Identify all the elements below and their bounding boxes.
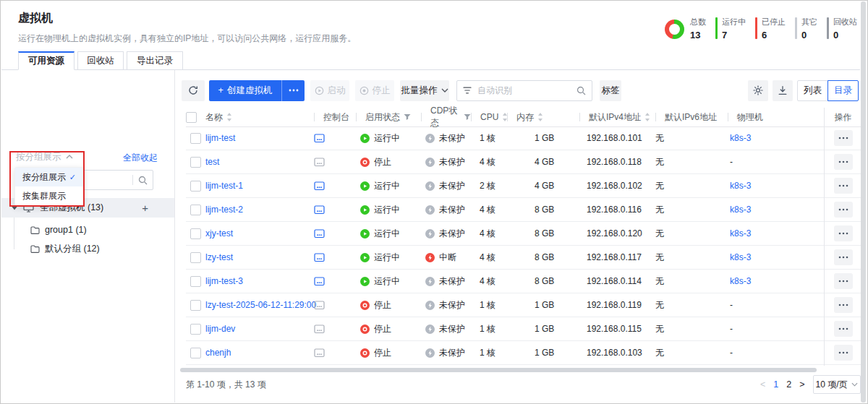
host-link[interactable]: - [730,324,733,334]
host-link[interactable]: - [730,348,733,358]
vm-name-link[interactable]: lzy-test [205,252,233,262]
vm-name-link[interactable]: lijm-test-2 [205,205,243,215]
vm-name-link[interactable]: lzy-test-2025-06-12-11:29:00 [205,300,316,310]
vm-name-link[interactable]: lijm-dev [205,324,235,334]
column-settings-button[interactable] [748,80,768,101]
table-search-input[interactable] [476,85,572,96]
horizontal-scrollbar[interactable] [180,368,817,372]
row-checkbox[interactable] [190,324,201,335]
console-icon[interactable] [314,158,325,167]
create-vm-button[interactable]: + 创建虚拟机 [209,80,281,101]
row-checkbox[interactable] [190,228,201,239]
view-catalog-button[interactable]: 目录 [827,80,859,101]
host-link[interactable]: k8s-3 [730,205,751,215]
filter-funnel-icon[interactable] [404,113,411,121]
host-link[interactable]: k8s-3 [730,228,751,238]
column-header[interactable]: CDP状态 [421,108,471,126]
row-actions-button[interactable] [834,225,853,241]
filter-lines-icon[interactable] [463,87,472,94]
status-label: 停止 [374,347,391,359]
column-header[interactable]: CPU [471,108,507,126]
column-header[interactable]: 默认IPv6地址 [655,108,728,126]
column-header[interactable]: 物理机 [728,108,824,126]
add-group-button[interactable]: + [142,202,148,213]
column-header[interactable]: 默认IPv4地址 [579,108,655,126]
host-link[interactable]: k8s-3 [730,276,751,286]
stop-vm-button[interactable]: 停止 [355,80,394,101]
start-vm-button[interactable]: 启动 [310,80,349,101]
row-actions-button[interactable] [834,345,853,361]
prev-page-button[interactable]: < [760,379,765,390]
column-header[interactable]: 操作 [824,108,861,126]
tab[interactable]: 导出记录 [127,51,183,70]
vm-name-link[interactable]: lijm-test [205,133,235,143]
console-icon[interactable] [314,277,325,286]
host-link[interactable]: - [730,157,733,167]
search-icon[interactable] [138,176,148,185]
row-checkbox[interactable] [190,300,201,311]
next-page-button[interactable]: > [799,379,804,390]
menu-item-by-group[interactable]: 按分组展示 ✓ [15,168,83,186]
sort-icon[interactable] [226,113,232,121]
host-link[interactable]: k8s-3 [730,133,751,143]
vm-name-link[interactable]: chenjh [205,348,231,358]
page-size-select[interactable]: 10 项/页 [813,375,861,394]
page-button-2[interactable]: 2 [786,379,791,390]
column-header[interactable]: 名称 [205,108,314,126]
row-actions-button[interactable] [834,154,853,170]
console-icon[interactable] [314,205,325,215]
column-header[interactable]: 内存 [507,108,579,126]
sort-icon[interactable] [644,113,650,121]
filter-funnel-icon[interactable] [464,113,471,121]
console-icon[interactable] [314,348,325,358]
vm-name-link[interactable]: xjy-test [205,228,233,238]
tab[interactable]: 可用资源 [18,51,75,70]
row-actions-button[interactable] [834,130,853,146]
console-icon[interactable] [314,253,325,262]
select-all-checkbox[interactable] [186,112,197,123]
caret-down-icon[interactable] [12,206,17,210]
page-button-1[interactable]: 1 [773,379,778,390]
vm-name-link[interactable]: lijm-test-1 [205,181,243,191]
vm-name-link[interactable]: test [205,157,219,167]
row-checkbox[interactable] [190,205,201,215]
collapse-all-link[interactable]: 全部收起 [123,152,158,164]
console-icon[interactable] [314,325,325,334]
tree-item-folder[interactable]: group1 (1) [1,220,174,239]
export-button[interactable] [773,80,793,101]
refresh-button[interactable] [182,80,205,101]
row-actions-button[interactable] [834,249,853,265]
console-icon[interactable] [314,181,325,191]
host-link[interactable]: - [730,300,733,310]
row-actions-button[interactable] [834,273,853,289]
row-actions-button[interactable] [834,297,853,313]
console-icon[interactable] [314,134,325,143]
host-link[interactable]: k8s-3 [730,181,751,191]
column-header[interactable]: 启用状态 [356,108,421,126]
menu-item-by-cluster[interactable]: 按集群展示 [15,186,83,205]
vm-name-link[interactable]: lijm-test-3 [205,276,243,286]
row-actions-button[interactable] [834,202,853,218]
group-display-selector[interactable]: 按分组展示 [16,150,73,163]
row-actions-button[interactable] [834,321,853,337]
create-vm-more-button[interactable] [281,80,305,101]
view-list-button[interactable]: 列表 [797,80,828,101]
console-icon[interactable] [314,301,325,310]
row-checkbox[interactable] [190,133,201,144]
tree-item-folder[interactable]: 默认分组 (12) [1,239,174,258]
tag-button[interactable]: 标签 [600,80,621,101]
row-checkbox[interactable] [190,157,201,168]
row-checkbox[interactable] [190,276,201,287]
row-actions-button[interactable] [834,178,853,194]
row-checkbox[interactable] [190,348,201,358]
batch-operations-button[interactable]: 批量操作 [400,80,449,101]
sort-icon[interactable] [537,113,543,121]
row-checkbox[interactable] [190,252,201,263]
tab[interactable]: 回收站 [77,51,124,70]
column-header[interactable]: 控制台 [314,108,356,126]
host-link[interactable]: k8s-3 [730,252,751,262]
console-icon[interactable] [314,229,325,238]
search-icon[interactable] [576,86,586,95]
vertical-scrollbar[interactable] [861,1,866,403]
row-checkbox[interactable] [190,181,201,192]
